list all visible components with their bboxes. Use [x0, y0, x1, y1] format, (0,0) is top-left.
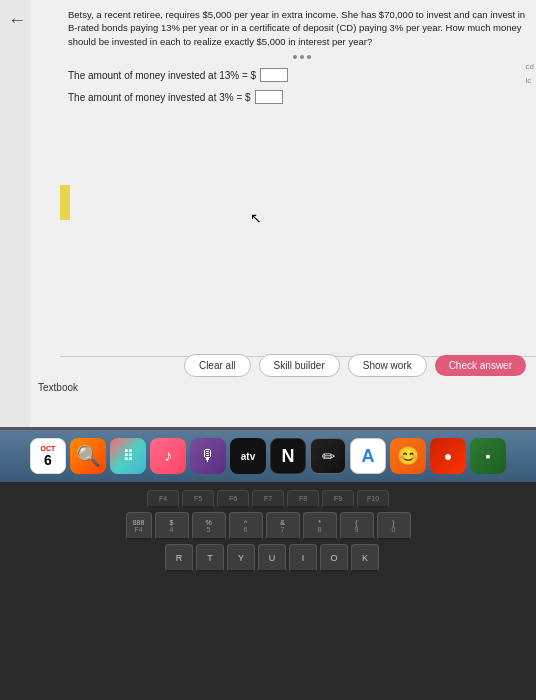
- key-u[interactable]: U: [258, 544, 286, 572]
- menu-dot: [293, 55, 297, 59]
- key-f4[interactable]: F4: [147, 490, 179, 508]
- key-888[interactable]: 888 F4: [126, 512, 152, 540]
- dock-launchpad-icon[interactable]: ⠿: [110, 438, 146, 474]
- input-13pct[interactable]: [260, 68, 288, 82]
- show-work-button[interactable]: Show work: [348, 354, 427, 377]
- qwerty-key-row: R T Y U I O K: [8, 542, 536, 574]
- key-rparen-0[interactable]: ) 0: [377, 512, 411, 540]
- key-dollar-4[interactable]: $ 4: [155, 512, 189, 540]
- key-star-8[interactable]: * 8: [303, 512, 337, 540]
- key-lparen-9[interactable]: ( 9: [340, 512, 374, 540]
- key-k[interactable]: K: [351, 544, 379, 572]
- dock-red-icon[interactable]: ●: [430, 438, 466, 474]
- inputs-area: The amount of money invested at 13% = $ …: [68, 68, 526, 112]
- dock-face-icon[interactable]: 😊: [390, 438, 426, 474]
- problem-text: Betsy, a recent retiree, requires $5,000…: [68, 8, 526, 48]
- dock-green-icon[interactable]: ▪: [470, 438, 506, 474]
- input-row-3: The amount of money invested at 3% = $: [68, 90, 526, 104]
- function-key-row: F4 F5 F6 F7 F8 F9 F10: [0, 488, 536, 510]
- dock-pencil-icon[interactable]: ✏: [310, 438, 346, 474]
- key-f9[interactable]: F9: [322, 490, 354, 508]
- key-t[interactable]: T: [196, 544, 224, 572]
- keyboard: F4 F5 F6 F7 F8 F9 F10 888 F4 $ 4 % 5 ^ 6…: [0, 482, 536, 700]
- dock-music-icon[interactable]: ♪: [150, 438, 186, 474]
- dock-a-icon[interactable]: A: [350, 438, 386, 474]
- key-f10[interactable]: F10: [357, 490, 389, 508]
- cursor-arrow-icon: ↖: [250, 210, 262, 226]
- key-i[interactable]: I: [289, 544, 317, 572]
- key-f7[interactable]: F7: [252, 490, 284, 508]
- back-arrow-icon[interactable]: ←: [8, 10, 26, 31]
- check-answer-button[interactable]: Check answer: [435, 355, 526, 376]
- input1-label: The amount of money invested at 13% = $: [68, 70, 256, 81]
- menu-dot: [307, 55, 311, 59]
- key-f6[interactable]: F6: [217, 490, 249, 508]
- textbook-label: Textbook: [38, 382, 78, 393]
- input2-label: The amount of money invested at 3% = $: [68, 92, 251, 103]
- dock-finder-icon[interactable]: 🔍: [70, 438, 106, 474]
- dock-calendar-icon[interactable]: OCT 6: [30, 438, 66, 474]
- key-caret-6[interactable]: ^ 6: [229, 512, 263, 540]
- dock: OCT 6 🔍 ⠿ ♪ 🎙 atv N ✏ A 😊 ● ▪: [0, 430, 536, 482]
- screen: ← Betsy, a recent retiree, requires $5,0…: [0, 0, 536, 430]
- number-key-row: 888 F4 $ 4 % 5 ^ 6 & 7 * 8 ( 9 ) 0: [0, 510, 536, 542]
- key-r[interactable]: R: [165, 544, 193, 572]
- key-percent-5[interactable]: % 5: [192, 512, 226, 540]
- dock-podcast-icon[interactable]: 🎙: [190, 438, 226, 474]
- key-amp-7[interactable]: & 7: [266, 512, 300, 540]
- menu-dots: [293, 55, 311, 59]
- dock-n-icon[interactable]: N: [270, 438, 306, 474]
- right-label-lc: lc: [526, 74, 534, 88]
- menu-bar: [68, 55, 536, 59]
- sticky-note: [60, 185, 70, 220]
- dock-appletv-icon[interactable]: atv: [230, 438, 266, 474]
- buttons-area: Clear all Skill builder Show work Check …: [60, 354, 536, 377]
- key-f5[interactable]: F5: [182, 490, 214, 508]
- content-area: Betsy, a recent retiree, requires $5,000…: [30, 0, 536, 427]
- input-row-13: The amount of money invested at 13% = $: [68, 68, 526, 82]
- key-y[interactable]: Y: [227, 544, 255, 572]
- skill-builder-button[interactable]: Skill builder: [259, 354, 340, 377]
- key-f8[interactable]: F8: [287, 490, 319, 508]
- right-labels: cd lc: [526, 60, 534, 89]
- menu-dot: [300, 55, 304, 59]
- key-o[interactable]: O: [320, 544, 348, 572]
- clear-all-button[interactable]: Clear all: [184, 354, 251, 377]
- input-3pct[interactable]: [255, 90, 283, 104]
- right-label-cd: cd: [526, 60, 534, 74]
